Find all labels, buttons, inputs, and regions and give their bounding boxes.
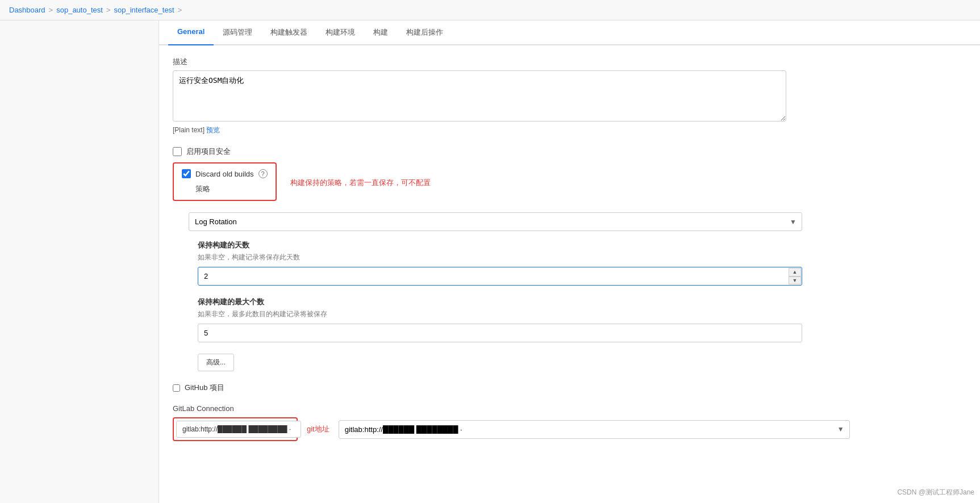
github-project-checkbox[interactable] [173, 384, 180, 392]
keep-max-section: 保持构建的最大个数 如果非空，最多此数目的构建记录将被保存 [198, 297, 802, 342]
tab-post-build[interactable]: 构建后操作 [397, 20, 452, 45]
enable-security-checkbox[interactable] [173, 147, 182, 156]
keep-days-input-wrapper: ▲ ▼ [198, 267, 802, 286]
watermark: CSDN @测试工程师Jane [897, 488, 974, 497]
keep-max-input-wrapper [198, 324, 802, 342]
discard-builds-help-icon[interactable]: ? [258, 169, 268, 178]
main-content: General 源码管理 构建触发器 构建环境 构建 构建后操作 描述 [Pla… [0, 20, 980, 503]
enable-security-label[interactable]: 启用项目安全 [186, 146, 231, 157]
description-group: 描述 [Plain text] 预览 [173, 57, 966, 135]
keep-days-label: 保持构建的天数 [198, 240, 802, 250]
discard-builds-row: Discard old builds ? 策略 构建保持的策略，若需一直保存，可… [173, 162, 966, 203]
breadcrumb-sep-3: > [178, 6, 182, 14]
breadcrumb-dashboard[interactable]: Dashboard [9, 6, 45, 14]
keep-max-input[interactable] [198, 324, 802, 342]
keep-max-label: 保持构建的最大个数 [198, 297, 802, 307]
keep-max-hint: 如果非空，最多此数目的构建记录将被保存 [198, 309, 802, 319]
tab-build-env[interactable]: 构建环境 [316, 20, 364, 45]
sidebar [0, 20, 159, 503]
discard-builds-checkbox[interactable] [182, 169, 191, 178]
keep-days-hint: 如果非空，构建记录将保存此天数 [198, 253, 802, 262]
breadcrumb-sep-1: > [49, 6, 53, 14]
discard-builds-annotation: 构建保持的策略，若需一直保存，可不配置 [290, 178, 431, 188]
strategy-select[interactable]: Log Rotation Build Discarder [189, 212, 802, 231]
advanced-button[interactable]: 高级... [198, 354, 234, 371]
tab-bar: General 源码管理 构建触发器 构建环境 构建 构建后操作 [159, 20, 980, 45]
tab-build[interactable]: 构建 [364, 20, 397, 45]
gitlab-connection-label: GitLab Connection [173, 404, 966, 413]
tab-general[interactable]: General [168, 20, 214, 45]
content-area: General 源码管理 构建触发器 构建环境 构建 构建后操作 描述 [Pla… [159, 20, 980, 503]
breadcrumb-sop-interface-test[interactable]: sop_interface_test [114, 6, 174, 14]
keep-days-spinners: ▲ ▼ [789, 268, 801, 284]
gitlab-dropdown[interactable]: gitlab:http://██████ ████████ · [339, 420, 850, 439]
strategy-inline-label: 策略 [182, 184, 268, 194]
preview-link[interactable]: 预览 [206, 126, 220, 134]
tab-source-management[interactable]: 源码管理 [214, 20, 261, 45]
strategy-section: Log Rotation Build Discarder ▼ 保持构建的天数 如… [189, 212, 802, 371]
discard-builds-checkbox-row: Discard old builds ? [182, 169, 268, 178]
github-project-label[interactable]: GitHub 项目 [185, 383, 224, 393]
keep-days-input[interactable] [198, 267, 802, 286]
breadcrumb: Dashboard > sop_auto_test > sop_interfac… [0, 0, 980, 20]
enable-security-row: 启用项目安全 [173, 146, 966, 157]
breadcrumb-sep-2: > [106, 6, 111, 14]
description-textarea[interactable] [173, 70, 786, 121]
keep-days-section: 保持构建的天数 如果非空，构建记录将保存此天数 ▲ ▼ [198, 240, 802, 286]
gitlab-connection-group: GitLab Connection git地址 gitlab:http://██… [173, 404, 966, 441]
gitlab-url-box [173, 417, 298, 441]
keep-days-down-btn[interactable]: ▼ [789, 276, 801, 285]
advanced-btn-wrapper: 高级... [198, 354, 802, 371]
github-project-row: GitHub 项目 [173, 383, 966, 393]
strategy-select-wrapper: Log Rotation Build Discarder ▼ [189, 212, 802, 231]
gitlab-row: git地址 gitlab:http://██████ ████████ · ▼ [173, 417, 966, 441]
plain-text-tag: [Plain text] [173, 126, 205, 134]
gitlab-select-outer: gitlab:http://██████ ████████ · ▼ [339, 420, 850, 439]
tab-build-triggers[interactable]: 构建触发器 [261, 20, 316, 45]
discard-builds-label[interactable]: Discard old builds [195, 170, 254, 178]
discard-builds-box: Discard old builds ? 策略 [173, 162, 277, 201]
plain-text-hint: [Plain text] 预览 [173, 125, 966, 135]
breadcrumb-sop-auto-test[interactable]: sop_auto_test [56, 6, 103, 14]
keep-days-up-btn[interactable]: ▲ [789, 268, 801, 276]
description-label: 描述 [173, 57, 966, 67]
form-area: 描述 [Plain text] 预览 启用项目安全 Discard old bu… [159, 45, 980, 464]
gitlab-url-input[interactable] [176, 421, 301, 438]
git-annotation: git地址 [307, 424, 330, 434]
